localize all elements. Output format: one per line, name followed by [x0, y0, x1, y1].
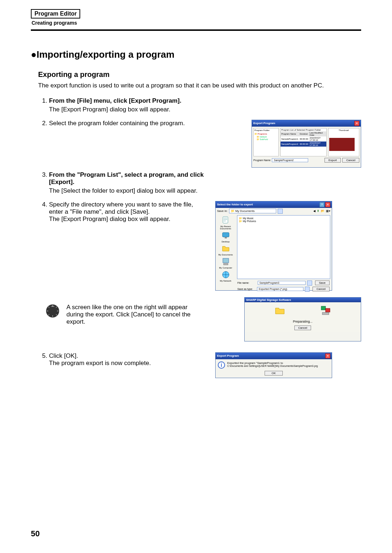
d2-filename-field[interactable]: SampleProgram3: [258, 281, 306, 285]
help-icon[interactable]: ?: [319, 202, 324, 207]
d1-program-name-field[interactable]: SampleProgram2: [272, 158, 308, 162]
d4-title: Export Program: [217, 354, 239, 357]
d2-savein-field[interactable]: 📁 My Documents: [229, 209, 276, 213]
step-3-body: The [Select the folder to export] dialog…: [49, 187, 361, 194]
recent-docs-icon[interactable]: [221, 216, 230, 225]
tip-text: A screen like the one on the right will …: [66, 304, 201, 325]
svg-rect-9: [326, 308, 330, 312]
d1-col-dur: Duration: [299, 131, 309, 136]
step-4-body: The [Export Program] dialog box will app…: [49, 216, 209, 223]
step-3: From the "Program List", select a progra…: [49, 171, 361, 194]
step-5-body: The program export is now complete.: [49, 360, 209, 367]
d1-thumbnail-image: [329, 138, 355, 151]
page: Program Editor Creating programs ●Import…: [0, 0, 392, 553]
d2-savetype-field[interactable]: Exported Program (*.prg): [257, 287, 303, 291]
step-1-head: From the [File] menu, click [Export Prog…: [49, 97, 361, 105]
folder-icon: [275, 307, 285, 315]
svg-rect-2: [225, 237, 227, 238]
computers-icon: [321, 306, 330, 315]
header-divider: [31, 29, 361, 31]
export-program-dialog: Export Program × Program Folder 📁 Progra…: [252, 120, 361, 168]
d2-sb-1[interactable]: Desktop: [216, 241, 236, 243]
close-icon[interactable]: ×: [354, 121, 359, 126]
d3-title: SHARP Digital Signage Software: [246, 298, 291, 302]
tips-note: TIPS A screen like the one on the right …: [45, 304, 238, 325]
step-5: Click [OK]. The program export is now co…: [49, 352, 361, 378]
d1-tree-0[interactable]: Programs: [258, 133, 267, 135]
d1-program-folder-tree[interactable]: Program Folder 📁 Programs 📁 Default 📁 Su…: [253, 128, 279, 156]
section-title: ●Importing/exporting a program: [31, 49, 361, 60]
d1-program-list[interactable]: Program List of Selected Program Folder …: [280, 128, 327, 156]
select-folder-dialog: Select the folder to export ? × Save in:…: [215, 201, 332, 291]
close-icon[interactable]: ×: [325, 202, 330, 207]
d1-r1-m: 2010/04/27 17:34:12: [309, 142, 326, 147]
export-intro: The export function is used to write out…: [38, 82, 361, 90]
d1-r0-n: SampleProgram1: [281, 136, 299, 142]
step-5-head: Click [OK].: [49, 352, 209, 360]
header-title-box: Program Editor: [31, 9, 80, 19]
header: Program Editor Creating programs: [31, 9, 361, 31]
export-complete-dialog: Export Program × i Exported the program …: [215, 352, 332, 378]
d2-file-0[interactable]: My Music: [243, 217, 254, 220]
chevron-down-icon[interactable]: [307, 280, 312, 286]
d4-line1: Exported the program "SampleProgram1 to: [227, 361, 318, 365]
d1-r0-m: 2010/04/27 17:34:12: [309, 136, 326, 142]
d1-r1-n: SampleProgram2: [281, 142, 299, 147]
step-4-head: Specify the directory where you want to …: [49, 201, 209, 216]
d1-tree-2[interactable]: SubFold: [260, 138, 268, 140]
d1-tree-1[interactable]: Default: [260, 136, 267, 138]
d2-sb-0[interactable]: My Recent Documents: [216, 225, 236, 230]
chevron-down-icon[interactable]: [305, 287, 310, 292]
svg-rect-1: [222, 233, 229, 237]
mydocs-icon[interactable]: [221, 244, 230, 253]
chevron-down-icon[interactable]: [278, 209, 283, 214]
d2-file-panel[interactable]: 📁 My Music 📁 My Pictures: [237, 215, 330, 279]
d2-sb-2[interactable]: My Documents: [216, 254, 236, 256]
views-icon[interactable]: ▦▾: [326, 209, 330, 213]
d1-thumb-label: Thumbnail: [339, 129, 349, 131]
svg-rect-8: [321, 306, 326, 310]
d1-thumbnail-panel: Thumbnail: [328, 128, 359, 156]
d2-sb-3[interactable]: My Computer: [216, 267, 236, 269]
newfolder-icon[interactable]: 📂: [321, 209, 324, 213]
export-button[interactable]: Export: [324, 158, 341, 163]
mycomputer-icon[interactable]: [221, 257, 230, 266]
d1-r0-d: 00:00:30: [299, 136, 309, 142]
table-row[interactable]: SampleProgram2 00:00:30 2010/04/27 17:34…: [281, 142, 326, 147]
d1-col-name: Program Name: [281, 131, 299, 136]
d2-titlebar: Select the folder to export ? ×: [216, 201, 332, 208]
export-title: Exporting a program: [38, 70, 361, 79]
d4-titlebar: Export Program ×: [216, 353, 332, 359]
ok-button[interactable]: OK: [265, 371, 283, 376]
d1-pn-label: Program Name: [253, 159, 270, 161]
d1-r1-d: 00:00:30: [299, 142, 309, 147]
step-2-head: Select the program folder containing the…: [49, 120, 245, 127]
d2-file-1[interactable]: My Pictures: [243, 220, 256, 222]
save-button[interactable]: Save: [315, 280, 330, 285]
step-1: From the [File] menu, click [Export Prog…: [49, 97, 361, 113]
d3-titlebar: SHARP Digital Signage Software: [245, 298, 361, 302]
d2-sidebar: My Recent Documents Desktop My Documents…: [216, 214, 236, 280]
cancel-button[interactable]: Cancel: [294, 325, 311, 330]
cancel-button[interactable]: Cancel: [342, 158, 359, 163]
d1-title: Export Program: [253, 122, 275, 125]
back-icon[interactable]: ◀: [313, 209, 315, 213]
up-icon[interactable]: ⬆: [317, 209, 319, 213]
step-4: Specify the directory where you want to …: [49, 201, 361, 291]
table-row[interactable]: SampleProgram1 00:00:30 2010/04/27 17:34…: [281, 136, 326, 142]
info-icon: i: [218, 361, 225, 369]
d2-title: Select the folder to export: [217, 203, 253, 206]
svg-text:i: i: [221, 362, 222, 368]
step-3-head: From the "Program List", select a progra…: [49, 171, 209, 186]
cancel-button[interactable]: Cancel: [313, 287, 330, 291]
desktop-icon[interactable]: [221, 231, 230, 240]
close-icon[interactable]: ×: [325, 353, 330, 359]
d2-savein-label: Save in:: [217, 209, 228, 213]
steps-list: From the [File] menu, click [Export Prog…: [38, 97, 361, 291]
svg-rect-10: [322, 312, 329, 315]
d1-col-mod: Last Modified Date: [309, 131, 326, 136]
mynetwork-icon[interactable]: [221, 270, 230, 279]
d2-sb-4[interactable]: My Network: [216, 280, 236, 282]
d2-st-label: Save as type:: [237, 288, 256, 290]
d3-status: Preparating...: [246, 320, 359, 323]
